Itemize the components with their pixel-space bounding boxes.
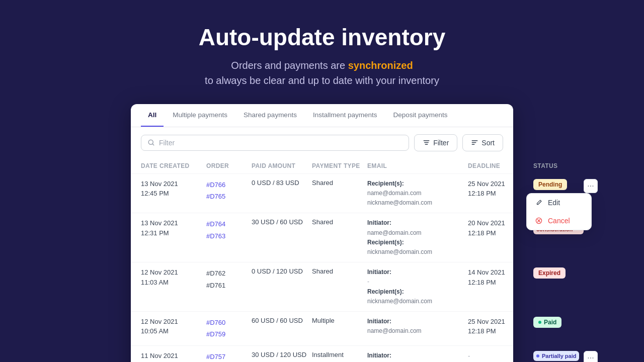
order-link-d760[interactable]: #D760 xyxy=(206,317,252,328)
row2-email: Initiator: name@domain.com Recipient(s):… xyxy=(367,218,468,257)
row1-status: Pending xyxy=(533,179,584,190)
cancel-icon xyxy=(535,217,543,225)
col-deadline: Deadline xyxy=(468,162,533,169)
status-badge-expired: Expired xyxy=(533,267,566,279)
hero-subtitle: Orders and payments are synchronized to … xyxy=(199,58,446,88)
order-link-d764[interactable]: #D764 xyxy=(206,218,252,230)
row3-email: Initiator: - Recipient(s): nickname@doma… xyxy=(367,267,468,306)
edit-icon xyxy=(535,199,543,207)
col-date-created: Date created xyxy=(141,162,206,169)
filter-label: Filter xyxy=(433,139,449,147)
row4-deadline: 25 Nov 202112:18 PM xyxy=(468,317,533,336)
sort-label: Sort xyxy=(481,139,495,147)
row1-payment-type: Shared xyxy=(312,179,367,187)
row5-email: Initiator: name@domain.com xyxy=(367,351,468,362)
row3-status: Expired xyxy=(533,267,584,279)
row5-menu-button[interactable]: ··· xyxy=(584,351,598,362)
order-link-d757[interactable]: #D757 xyxy=(206,351,252,362)
order-link-d766[interactable]: #D766 xyxy=(206,179,252,191)
table-row: 13 Nov 202112:31 PM #D764 #D763 30 USD /… xyxy=(131,213,513,262)
tab-all[interactable]: All xyxy=(141,104,164,127)
order-link-d765[interactable]: #D765 xyxy=(206,191,252,202)
row5-deadline: - xyxy=(468,351,533,361)
col-payment-type: Payment type xyxy=(312,162,367,169)
row4-paid-amount: 60 USD / 60 USD xyxy=(252,317,312,324)
context-menu: Edit Cancel xyxy=(526,193,592,230)
row4-email: Initiator: name@domain.com xyxy=(367,317,468,336)
row4-payment-type: Multiple xyxy=(312,317,367,324)
row5-payment-type: Installment xyxy=(312,351,367,358)
order-link-d763[interactable]: #D763 xyxy=(206,230,252,242)
tab-bar: All Multiple payments Shared payments In… xyxy=(131,104,513,127)
sort-button[interactable]: Sort xyxy=(462,134,503,151)
table-header: Date created Order Paid amount Payment t… xyxy=(131,158,513,174)
filter-icon xyxy=(423,139,430,146)
row4-date: 12 Nov 202110:05 AM xyxy=(141,317,206,336)
col-order: Order xyxy=(206,162,252,169)
hero-section: Auto-update inventory Orders and payment… xyxy=(199,0,446,104)
table-row: 12 Nov 202111:03 AM #D762 #D761 0 USD / … xyxy=(131,262,513,312)
hero-subtitle-highlight: synchronized xyxy=(348,60,413,71)
tab-deposit-payments[interactable]: Deposit payments xyxy=(386,104,454,127)
partial-dot xyxy=(536,354,539,357)
row3-payment-type: Shared xyxy=(312,267,367,275)
row2-payment-type: Shared xyxy=(312,218,367,226)
row3-date: 12 Nov 202111:03 AM xyxy=(141,267,206,287)
table-row: 13 Nov 202112:45 PM #D766 #D765 0 USD / … xyxy=(131,174,513,214)
row5-status: Partially paid xyxy=(533,351,584,361)
toolbar: Filter Sort xyxy=(131,127,513,158)
col-paid-amount: Paid amount xyxy=(252,162,312,169)
row3-orders: #D762 #D761 xyxy=(206,267,252,291)
menu-cancel[interactable]: Cancel xyxy=(527,212,591,230)
search-box xyxy=(141,135,409,151)
row3-deadline: 14 Nov 202112:18 PM xyxy=(468,267,533,287)
sort-icon xyxy=(471,139,478,146)
col-actions xyxy=(584,162,602,169)
table-row: 11 Nov 202112:18 PM #D757 #D758 30 USD /… xyxy=(131,346,513,362)
row4-status: Paid xyxy=(533,317,584,328)
tab-installment-payments[interactable]: Installment payments xyxy=(306,104,384,127)
hero-subtitle-line2: to always be clear and up to date with y… xyxy=(205,75,439,86)
filter-button[interactable]: Filter xyxy=(414,134,457,151)
paid-dot xyxy=(538,321,541,324)
search-icon xyxy=(147,139,155,146)
main-card: All Multiple payments Shared payments In… xyxy=(131,104,513,362)
row5-action: ··· xyxy=(584,351,602,362)
row1-date: 13 Nov 202112:45 PM xyxy=(141,179,206,199)
row1-paid-amount: 0 USD / 83 USD xyxy=(252,179,312,187)
row5-date: 11 Nov 202112:18 PM xyxy=(141,351,206,362)
tab-multiple-payments[interactable]: Multiple payments xyxy=(166,104,234,127)
status-badge-partial: Partially paid xyxy=(533,351,579,361)
tab-shared-payments[interactable]: Shared payments xyxy=(236,104,304,127)
row5-orders: #D757 #D758 xyxy=(206,351,252,362)
row1-deadline: 25 Nov 202112:18 PM xyxy=(468,179,533,199)
col-status: Status xyxy=(533,162,584,169)
status-badge-paid: Paid xyxy=(533,317,561,328)
col-email: Email xyxy=(367,162,468,169)
row4-orders: #D760 #D759 xyxy=(206,317,252,340)
hero-title: Auto-update inventory xyxy=(199,24,446,51)
row1-menu-button[interactable]: ··· xyxy=(584,179,598,193)
row3-paid-amount: 0 USD / 120 USD xyxy=(252,267,312,275)
menu-edit[interactable]: Edit xyxy=(527,194,591,212)
order-link-d759[interactable]: #D759 xyxy=(206,328,252,340)
row2-orders: #D764 #D763 xyxy=(206,218,252,242)
status-badge-pending: Pending xyxy=(533,179,567,190)
hero-subtitle-line1: Orders and payments are xyxy=(231,60,345,71)
table-row: 12 Nov 202110:05 AM #D760 #D759 60 USD /… xyxy=(131,312,513,346)
svg-line-1 xyxy=(152,144,154,146)
row5-paid-amount: 30 USD / 120 USD xyxy=(252,351,312,358)
row1-action: ··· Edit xyxy=(584,179,602,193)
row2-deadline: 20 Nov 202112:18 PM xyxy=(468,218,533,238)
search-input[interactable] xyxy=(159,139,403,147)
menu-cancel-label: Cancel xyxy=(548,217,570,225)
row1-email: Recipient(s): name@domain.com nickname@d… xyxy=(367,179,468,208)
row2-date: 13 Nov 202112:31 PM xyxy=(141,218,206,238)
row2-paid-amount: 30 USD / 60 USD xyxy=(252,218,312,226)
menu-edit-label: Edit xyxy=(548,199,560,207)
row1-orders: #D766 #D765 xyxy=(206,179,252,203)
